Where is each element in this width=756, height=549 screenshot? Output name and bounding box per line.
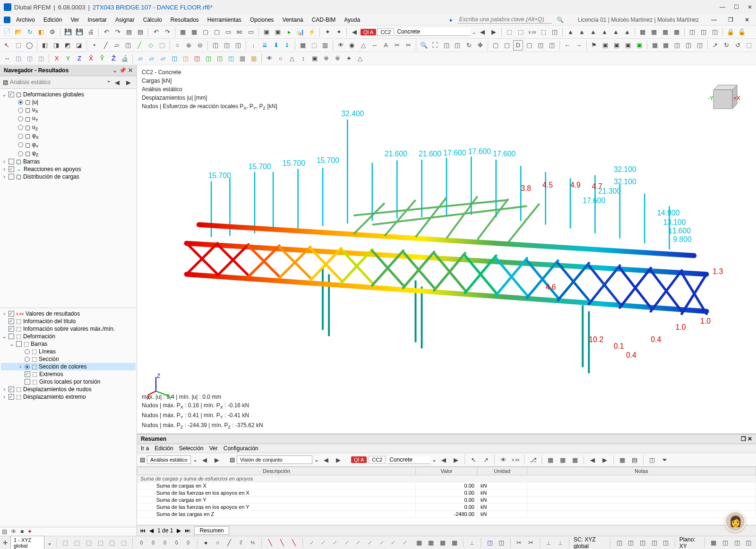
run-icon[interactable]: ▸ [284,27,294,37]
tree-phiy[interactable]: φY [32,141,39,149]
dim7-icon[interactable]: △ [355,53,365,64]
magnify-icon[interactable]: 🔬 [120,53,130,64]
sb-snap1-icon[interactable]: ◊ [137,538,146,548]
close-button[interactable]: ✕ [747,4,752,10]
nav-sub-next-icon[interactable]: ▶ [123,77,134,87]
undo2-icon[interactable]: ↶ [151,27,161,37]
results2-icon[interactable]: ✦ [334,27,344,37]
sb-pl1-icon[interactable]: ◫ [485,538,494,548]
sb-p1-icon[interactable]: ◫ [615,538,624,548]
move-icon[interactable]: ↔ [2,53,12,64]
sb-e2-icon[interactable]: ◫ [721,538,730,548]
sum-cc[interactable]: CC2 [369,456,386,463]
sc-icon[interactable]: SC [234,27,245,37]
menu-insertar[interactable]: Insertar [85,16,110,24]
wireframe-icon[interactable]: ⬚ [309,40,319,51]
tree-uy[interactable]: uY [32,115,38,122]
opt-icon[interactable]: ⚡ [307,27,317,37]
toggle-icon[interactable]: ▭ [246,27,256,37]
nav-sub-prev-icon[interactable]: ◀ [112,77,122,87]
radio-seccion-colores[interactable] [25,364,30,369]
cube3-icon[interactable]: ◩ [62,40,73,51]
dim6-icon[interactable]: ✦ [344,53,354,64]
qi-badge[interactable]: QI A [361,29,376,35]
tree-deformaciones[interactable]: Deformaciones globales [23,91,84,98]
pan-icon[interactable]: ✥ [475,40,485,51]
nav-tab-views-icon[interactable]: ■ [20,528,24,535]
radio-u[interactable] [18,100,23,105]
clip2-icon[interactable]: ✂ [403,40,413,51]
red1-icon[interactable]: ◫ [192,53,202,64]
sb-snap2-icon[interactable]: ◊ [149,538,158,548]
sb-g4-icon[interactable]: ▦ [450,538,459,548]
doc-minimize-button[interactable]: — [708,16,720,24]
sb-a1-icon[interactable]: ⟂ [544,538,553,548]
sum-tab2-icon[interactable]: ▦ [558,455,568,465]
chk-despnudos[interactable] [9,386,14,392]
print-icon[interactable]: 🖨 [86,27,96,37]
cube2-icon[interactable]: ◨ [51,40,61,51]
summary-close-icon[interactable]: ✕ [747,436,752,442]
open-folder-icon[interactable]: 📂 [13,27,24,37]
layer2-icon[interactable]: ◫ [698,27,709,37]
grid3-icon[interactable]: ▦ [660,27,670,37]
visibility-icon[interactable]: ◉ [347,40,357,51]
load-solid-icon[interactable]: ⇓ [282,40,292,51]
undo-icon[interactable]: ↶ [101,27,112,37]
dropdown-chevron-icon[interactable]: ⌄ [472,29,476,35]
tree-barras2[interactable]: Barras [31,341,47,347]
section-icon[interactable]: ⊕ [183,40,194,51]
model-viewport[interactable]: CC2 - Concrete Cargas [kN] Análisis está… [137,65,756,434]
color1-icon[interactable]: ▣ [600,40,610,51]
dim4-icon[interactable]: ※ [321,53,331,64]
tree-seccion[interactable]: Sección [39,356,59,362]
sb-i1-icon[interactable]: ⬚ [61,538,70,548]
blue3-icon[interactable]: ▱ [158,53,168,64]
results-icon[interactable]: ✦ [322,27,333,37]
chk-valores[interactable] [9,311,14,317]
calc-icon[interactable]: ▣ [261,27,272,37]
sb-r3-icon[interactable]: ╲ [289,538,298,548]
radio-phiz[interactable] [18,151,23,156]
cube4-icon[interactable]: ◪ [74,40,84,51]
cube-persp-icon[interactable]: ◫ [210,40,221,51]
sum-tab3-icon[interactable]: ▦ [570,455,580,465]
cube-persp3-icon[interactable]: ◫ [233,40,243,51]
render1-icon[interactable]: ▦ [650,40,660,51]
caret-dist-icon[interactable]: › [2,173,7,180]
tree-seccion-colores[interactable]: Sección de colores [39,363,86,370]
dim5-icon[interactable]: ※ [332,53,343,64]
support6-icon[interactable]: ▲ [622,27,632,37]
render5-icon[interactable]: ◫ [695,40,705,51]
tree-reacciones[interactable]: Reacciones en apoyos [24,166,81,172]
layer3-icon[interactable]: ◫ [710,27,720,37]
sb-g2-icon[interactable]: ▦ [427,538,436,548]
sum-chevron-icon[interactable]: ⌄ [193,456,198,463]
member-icon[interactable]: ╱ [134,40,145,51]
chk-titulo[interactable] [9,318,14,324]
axis-widget[interactable]: Z Y X [146,372,175,401]
chk-barras2[interactable] [16,341,22,347]
green1-icon[interactable]: ◫ [203,53,214,64]
panel-icon[interactable]: ▭ [223,27,233,37]
sum-analysis-dd[interactable]: Análisis estático [147,455,191,464]
analysis-dropdown[interactable] [10,79,95,86]
chk-despextr[interactable] [9,394,14,400]
radio-uz[interactable] [18,125,23,130]
view4-icon[interactable]: ◫ [550,27,560,37]
nav-pin-icon[interactable]: 📌 [119,67,126,74]
sum-sel1-icon[interactable]: ↖ [468,455,479,465]
render2-icon[interactable]: ▦ [661,40,671,51]
doc2-icon[interactable]: ▤ [135,27,146,37]
eye-icon[interactable]: 👁 [335,40,346,51]
sum-sel2-icon[interactable]: ↗ [481,455,491,465]
fence2-icon[interactable]: ▥ [249,53,259,64]
tree-extremos[interactable]: Extremos [39,371,63,377]
nav-tab-display-icon[interactable]: 👁 [11,528,17,535]
chk-giros[interactable] [25,379,30,385]
redo2-icon[interactable]: ↷ [162,27,172,37]
sum-branch-icon[interactable]: ⎇ [528,455,538,465]
save-all-icon[interactable]: 💾 [74,27,85,37]
sb-i5-icon[interactable]: ⬚ [108,538,117,548]
menu-ver[interactable]: Ver [68,16,82,24]
